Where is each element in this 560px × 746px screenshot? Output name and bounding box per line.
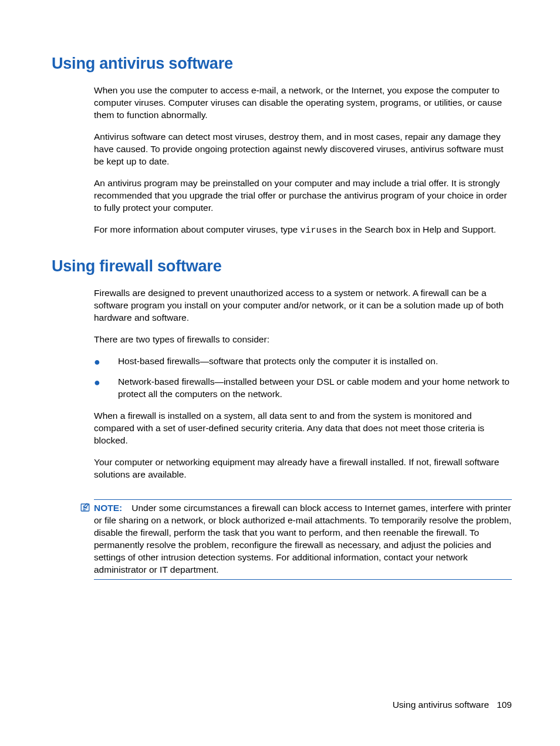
list-item-text: Network-based firewalls—installed betwee…: [118, 376, 512, 401]
text-fragment: For more information about computer viru…: [94, 224, 300, 234]
list-item-text: Host-based firewalls—software that prote…: [118, 355, 512, 368]
paragraph: When a firewall is installed on a system…: [94, 410, 512, 447]
section-body-antivirus: When you use the computer to access e-ma…: [94, 85, 512, 237]
bullet-icon: ●: [94, 377, 100, 388]
bullet-list: ● Host-based firewalls—software that pro…: [94, 355, 512, 401]
note-text: Under some circumstances a firewall can …: [94, 503, 511, 574]
section-heading-antivirus: Using antivirus software: [52, 53, 512, 74]
inline-code-viruses: viruses: [300, 226, 337, 236]
section-body-firewall: Firewalls are designed to prevent unauth…: [94, 287, 512, 480]
paragraph: Antivirus software can detect most virus…: [94, 131, 512, 168]
note-label: NOTE:: [94, 503, 122, 513]
list-item: ● Host-based firewalls—software that pro…: [94, 355, 512, 368]
section-heading-firewall: Using firewall software: [52, 256, 512, 277]
list-item: ● Network-based firewalls—installed betw…: [94, 376, 512, 401]
paragraph: Firewalls are designed to prevent unauth…: [94, 287, 512, 324]
note-rule-bottom: [94, 579, 512, 580]
note-block: NOTE:Under some circumstances a firewall…: [80, 499, 512, 580]
paragraph: When you use the computer to access e-ma…: [94, 85, 512, 122]
paragraph: Your computer or networking equipment ma…: [94, 456, 512, 481]
paragraph: For more information about computer viru…: [94, 224, 512, 237]
note-rule-top: [94, 499, 512, 500]
paragraph: There are two types of firewalls to cons…: [94, 334, 512, 346]
note-icon: [80, 502, 90, 516]
text-fragment: in the Search box in Help and Support.: [338, 224, 497, 234]
bullet-icon: ●: [94, 357, 100, 367]
paragraph: An antivirus program may be preinstalled…: [94, 177, 512, 214]
